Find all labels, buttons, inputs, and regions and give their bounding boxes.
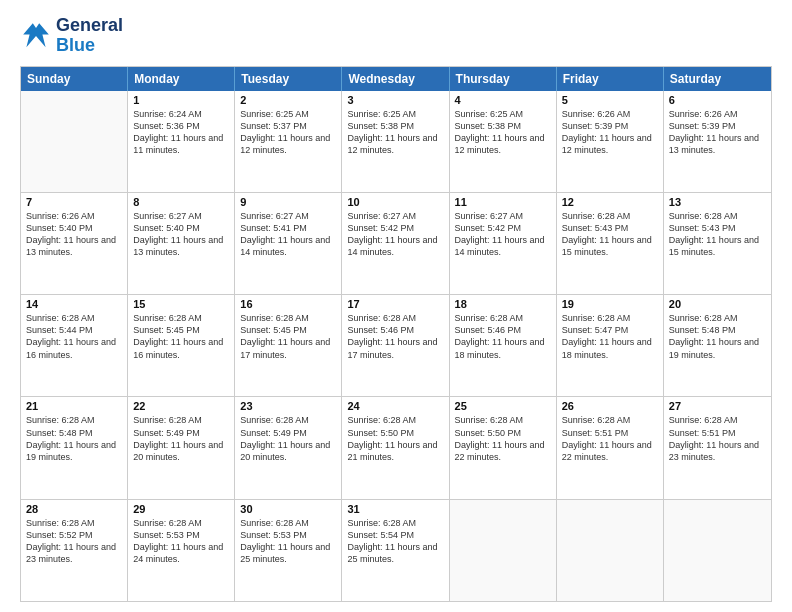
week-row-4: 21Sunrise: 6:28 AMSunset: 5:48 PMDayligh… [21, 396, 771, 498]
cell-day-number: 19 [562, 298, 658, 310]
cell-info: Sunrise: 6:28 AMSunset: 5:49 PMDaylight:… [240, 414, 336, 463]
cal-cell: 25Sunrise: 6:28 AMSunset: 5:50 PMDayligh… [450, 397, 557, 498]
cal-cell: 29Sunrise: 6:28 AMSunset: 5:53 PMDayligh… [128, 500, 235, 601]
cal-cell: 11Sunrise: 6:27 AMSunset: 5:42 PMDayligh… [450, 193, 557, 294]
cal-cell: 24Sunrise: 6:28 AMSunset: 5:50 PMDayligh… [342, 397, 449, 498]
cal-cell: 20Sunrise: 6:28 AMSunset: 5:48 PMDayligh… [664, 295, 771, 396]
logo-icon [20, 20, 52, 52]
cell-info: Sunrise: 6:28 AMSunset: 5:51 PMDaylight:… [562, 414, 658, 463]
cell-day-number: 15 [133, 298, 229, 310]
cell-info: Sunrise: 6:25 AMSunset: 5:37 PMDaylight:… [240, 108, 336, 157]
cell-day-number: 5 [562, 94, 658, 106]
cell-day-number: 9 [240, 196, 336, 208]
cal-cell: 27Sunrise: 6:28 AMSunset: 5:51 PMDayligh… [664, 397, 771, 498]
cal-cell: 4Sunrise: 6:25 AMSunset: 5:38 PMDaylight… [450, 91, 557, 192]
cell-day-number: 13 [669, 196, 766, 208]
cell-day-number: 10 [347, 196, 443, 208]
cell-info: Sunrise: 6:28 AMSunset: 5:43 PMDaylight:… [669, 210, 766, 259]
cell-day-number: 20 [669, 298, 766, 310]
cal-cell: 7Sunrise: 6:26 AMSunset: 5:40 PMDaylight… [21, 193, 128, 294]
cal-cell: 14Sunrise: 6:28 AMSunset: 5:44 PMDayligh… [21, 295, 128, 396]
header-day-monday: Monday [128, 67, 235, 91]
cell-day-number: 24 [347, 400, 443, 412]
cal-cell: 15Sunrise: 6:28 AMSunset: 5:45 PMDayligh… [128, 295, 235, 396]
week-row-2: 7Sunrise: 6:26 AMSunset: 5:40 PMDaylight… [21, 192, 771, 294]
cal-cell: 6Sunrise: 6:26 AMSunset: 5:39 PMDaylight… [664, 91, 771, 192]
cell-info: Sunrise: 6:28 AMSunset: 5:54 PMDaylight:… [347, 517, 443, 566]
cal-cell: 31Sunrise: 6:28 AMSunset: 5:54 PMDayligh… [342, 500, 449, 601]
cell-day-number: 27 [669, 400, 766, 412]
cell-info: Sunrise: 6:28 AMSunset: 5:50 PMDaylight:… [347, 414, 443, 463]
cell-info: Sunrise: 6:28 AMSunset: 5:51 PMDaylight:… [669, 414, 766, 463]
cell-info: Sunrise: 6:24 AMSunset: 5:36 PMDaylight:… [133, 108, 229, 157]
week-row-1: 1Sunrise: 6:24 AMSunset: 5:36 PMDaylight… [21, 91, 771, 192]
cal-cell: 16Sunrise: 6:28 AMSunset: 5:45 PMDayligh… [235, 295, 342, 396]
calendar-body: 1Sunrise: 6:24 AMSunset: 5:36 PMDaylight… [21, 91, 771, 601]
cal-cell: 2Sunrise: 6:25 AMSunset: 5:37 PMDaylight… [235, 91, 342, 192]
cell-info: Sunrise: 6:27 AMSunset: 5:40 PMDaylight:… [133, 210, 229, 259]
cell-day-number: 21 [26, 400, 122, 412]
cell-day-number: 6 [669, 94, 766, 106]
svg-marker-0 [23, 23, 49, 47]
cell-day-number: 11 [455, 196, 551, 208]
cell-day-number: 22 [133, 400, 229, 412]
cal-cell: 3Sunrise: 6:25 AMSunset: 5:38 PMDaylight… [342, 91, 449, 192]
calendar-header: SundayMondayTuesdayWednesdayThursdayFrid… [21, 67, 771, 91]
cell-info: Sunrise: 6:28 AMSunset: 5:46 PMDaylight:… [347, 312, 443, 361]
cell-info: Sunrise: 6:28 AMSunset: 5:46 PMDaylight:… [455, 312, 551, 361]
logo-line2: Blue [56, 36, 123, 56]
header-day-sunday: Sunday [21, 67, 128, 91]
cell-info: Sunrise: 6:27 AMSunset: 5:42 PMDaylight:… [455, 210, 551, 259]
cell-day-number: 29 [133, 503, 229, 515]
cell-info: Sunrise: 6:26 AMSunset: 5:40 PMDaylight:… [26, 210, 122, 259]
cell-day-number: 31 [347, 503, 443, 515]
cell-info: Sunrise: 6:28 AMSunset: 5:44 PMDaylight:… [26, 312, 122, 361]
cal-cell: 17Sunrise: 6:28 AMSunset: 5:46 PMDayligh… [342, 295, 449, 396]
cal-cell: 9Sunrise: 6:27 AMSunset: 5:41 PMDaylight… [235, 193, 342, 294]
cell-day-number: 12 [562, 196, 658, 208]
header-day-saturday: Saturday [664, 67, 771, 91]
cell-info: Sunrise: 6:28 AMSunset: 5:53 PMDaylight:… [240, 517, 336, 566]
cell-day-number: 7 [26, 196, 122, 208]
cal-cell: 18Sunrise: 6:28 AMSunset: 5:46 PMDayligh… [450, 295, 557, 396]
header-day-friday: Friday [557, 67, 664, 91]
cal-cell: 13Sunrise: 6:28 AMSunset: 5:43 PMDayligh… [664, 193, 771, 294]
cal-cell [664, 500, 771, 601]
week-row-3: 14Sunrise: 6:28 AMSunset: 5:44 PMDayligh… [21, 294, 771, 396]
cell-day-number: 25 [455, 400, 551, 412]
cal-cell [21, 91, 128, 192]
cell-day-number: 28 [26, 503, 122, 515]
cell-info: Sunrise: 6:26 AMSunset: 5:39 PMDaylight:… [669, 108, 766, 157]
logo: General Blue [20, 16, 123, 56]
cal-cell: 21Sunrise: 6:28 AMSunset: 5:48 PMDayligh… [21, 397, 128, 498]
cell-info: Sunrise: 6:28 AMSunset: 5:43 PMDaylight:… [562, 210, 658, 259]
cell-day-number: 30 [240, 503, 336, 515]
cal-cell: 19Sunrise: 6:28 AMSunset: 5:47 PMDayligh… [557, 295, 664, 396]
cal-cell: 12Sunrise: 6:28 AMSunset: 5:43 PMDayligh… [557, 193, 664, 294]
header-day-thursday: Thursday [450, 67, 557, 91]
cal-cell [450, 500, 557, 601]
cell-info: Sunrise: 6:27 AMSunset: 5:41 PMDaylight:… [240, 210, 336, 259]
cell-info: Sunrise: 6:26 AMSunset: 5:39 PMDaylight:… [562, 108, 658, 157]
cell-info: Sunrise: 6:28 AMSunset: 5:45 PMDaylight:… [133, 312, 229, 361]
cell-day-number: 8 [133, 196, 229, 208]
cell-info: Sunrise: 6:28 AMSunset: 5:47 PMDaylight:… [562, 312, 658, 361]
page: General Blue SundayMondayTuesdayWednesda… [0, 0, 792, 612]
cell-day-number: 26 [562, 400, 658, 412]
cell-day-number: 4 [455, 94, 551, 106]
cal-cell: 5Sunrise: 6:26 AMSunset: 5:39 PMDaylight… [557, 91, 664, 192]
cell-day-number: 2 [240, 94, 336, 106]
cal-cell: 8Sunrise: 6:27 AMSunset: 5:40 PMDaylight… [128, 193, 235, 294]
cell-day-number: 1 [133, 94, 229, 106]
cell-info: Sunrise: 6:25 AMSunset: 5:38 PMDaylight:… [347, 108, 443, 157]
cell-info: Sunrise: 6:28 AMSunset: 5:48 PMDaylight:… [669, 312, 766, 361]
cal-cell: 10Sunrise: 6:27 AMSunset: 5:42 PMDayligh… [342, 193, 449, 294]
header-day-tuesday: Tuesday [235, 67, 342, 91]
cell-day-number: 17 [347, 298, 443, 310]
cell-info: Sunrise: 6:28 AMSunset: 5:48 PMDaylight:… [26, 414, 122, 463]
cal-cell: 23Sunrise: 6:28 AMSunset: 5:49 PMDayligh… [235, 397, 342, 498]
cell-info: Sunrise: 6:28 AMSunset: 5:45 PMDaylight:… [240, 312, 336, 361]
cell-info: Sunrise: 6:28 AMSunset: 5:49 PMDaylight:… [133, 414, 229, 463]
header-day-wednesday: Wednesday [342, 67, 449, 91]
logo-line1: General [56, 16, 123, 36]
